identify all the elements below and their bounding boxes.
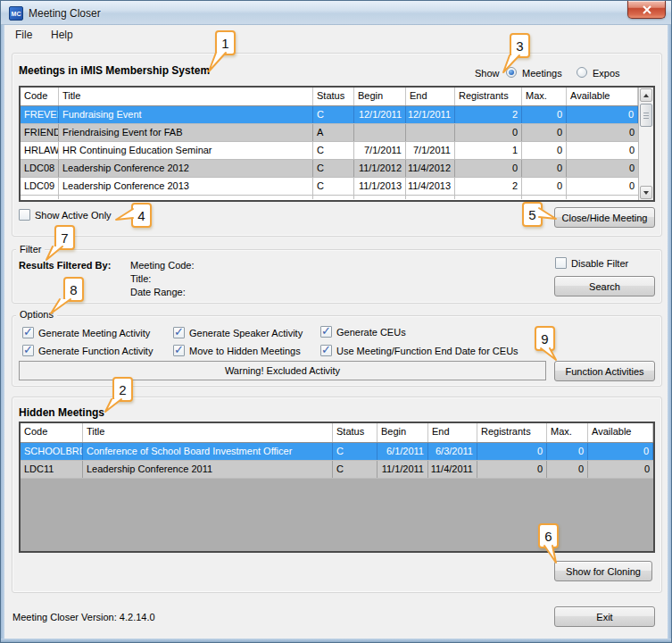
- scroll-up-button[interactable]: [640, 88, 652, 102]
- close-hide-meeting-button[interactable]: Close/Hide Meeting: [554, 207, 655, 228]
- cell-title: Leadership Conference 2011: [83, 461, 333, 478]
- column-header-status[interactable]: Status: [333, 423, 377, 442]
- cell-empty: [59, 196, 313, 199]
- column-header-title[interactable]: Title: [83, 423, 333, 442]
- column-header-begin[interactable]: Begin: [377, 423, 428, 442]
- exit-button[interactable]: Exit: [554, 606, 655, 627]
- cell-status: C: [313, 142, 354, 159]
- callout-2: 2: [112, 377, 133, 402]
- cell-empty: [567, 196, 638, 199]
- app-window: MC Meeting Closer File Help Meetings in …: [0, 0, 672, 643]
- title-bar[interactable]: MC Meeting Closer: [1, 1, 671, 25]
- app-icon: MC: [9, 6, 23, 21]
- column-header-registrants[interactable]: Registrants: [455, 88, 522, 105]
- menu-help[interactable]: Help: [51, 29, 73, 41]
- date-range-label: Date Range:: [130, 287, 186, 297]
- scroll-thumb[interactable]: [640, 104, 652, 127]
- cell-status: C: [333, 443, 377, 460]
- cell-code: LDC11: [21, 461, 83, 478]
- show-active-only-checkbox[interactable]: [19, 209, 30, 221]
- version-label: Meeting Closer Version: 4.2.14.0: [12, 612, 155, 622]
- table-row-partial: [21, 196, 653, 199]
- cell-max: 0: [522, 142, 567, 159]
- callout-8: 8: [63, 277, 84, 302]
- column-header-begin[interactable]: Begin: [354, 88, 406, 105]
- column-header-available[interactable]: Available: [588, 423, 653, 442]
- cell-code: SCHOOLBRD: [21, 443, 83, 460]
- cell-end: 11/4/2011: [428, 461, 477, 478]
- generate-meeting-activity-label: Generate Meeting Activity: [38, 328, 150, 338]
- column-header-registrants[interactable]: Registrants: [477, 423, 547, 442]
- radio-meetings-label: Meetings: [522, 68, 562, 79]
- cell-empty: [455, 196, 522, 199]
- table-row[interactable]: LDC09 Leadership Conference 2013 C 11/1/…: [21, 178, 653, 196]
- scroll-down-button[interactable]: [640, 186, 652, 199]
- cell-begin: [354, 124, 406, 141]
- callout-9: 9: [535, 326, 555, 351]
- cell-available: 0: [588, 461, 653, 478]
- cell-title: Friendraising Event for FAB: [59, 124, 313, 141]
- table-row[interactable]: LDC08 Leadership Conference 2012 C 11/1/…: [21, 160, 653, 178]
- cell-empty: [522, 196, 567, 199]
- generate-speaker-activity-checkbox[interactable]: [173, 327, 185, 338]
- table-row[interactable]: FREVENT Fundraising Event C 12/1/2011 12…: [21, 106, 653, 124]
- use-end-date-for-ceus-checkbox[interactable]: [320, 345, 332, 356]
- generate-function-activity-checkbox[interactable]: [22, 345, 34, 356]
- callout-3: 3: [510, 33, 530, 58]
- callout-4: 4: [131, 203, 152, 228]
- cell-available: 0: [567, 106, 638, 123]
- column-header-end[interactable]: End: [406, 88, 455, 105]
- cell-empty: [354, 196, 406, 199]
- cell-begin: 11/1/2013: [354, 178, 406, 195]
- hidden-table-header: Code Title Status Begin End Registrants …: [21, 423, 653, 443]
- column-header-end[interactable]: End: [428, 423, 477, 442]
- cell-empty: [21, 196, 59, 199]
- cell-end: 7/1/2011: [406, 142, 455, 159]
- disable-filter-checkbox[interactable]: [555, 257, 567, 269]
- generate-function-activity-label: Generate Function Activity: [38, 346, 153, 356]
- column-header-code[interactable]: Code: [21, 423, 83, 442]
- column-header-code[interactable]: Code: [21, 88, 59, 105]
- cell-available: 0: [567, 160, 638, 177]
- meetings-table-header: Code Title Status Begin End Registrants …: [21, 88, 653, 106]
- cell-begin: 7/1/2011: [354, 142, 406, 159]
- cell-end: [406, 124, 455, 141]
- column-header-max[interactable]: Max.: [547, 423, 588, 442]
- generate-meeting-activity-checkbox[interactable]: [22, 327, 34, 338]
- cell-available: 0: [567, 142, 638, 159]
- function-activities-button[interactable]: Function Activities: [554, 361, 655, 381]
- column-header-title[interactable]: Title: [59, 88, 313, 105]
- table-row[interactable]: SCHOOLBRD Conference of School Board Inv…: [21, 443, 653, 461]
- close-button[interactable]: [627, 1, 666, 19]
- cell-registrants: 2: [455, 106, 522, 123]
- cell-max: 0: [522, 124, 567, 141]
- callout-tail: [542, 545, 563, 564]
- column-header-max[interactable]: Max.: [522, 88, 567, 105]
- table-row[interactable]: HRLAW HR Continuing Education Seminar C …: [21, 142, 653, 160]
- cell-code: LDC08: [21, 160, 59, 177]
- warning-excluded-activity-bar[interactable]: Warning! Excluded Activity: [19, 361, 546, 380]
- show-for-cloning-button[interactable]: Show for Cloning: [554, 561, 652, 581]
- cell-code: FREVENT: [21, 106, 59, 123]
- meeting-code-label: Meeting Code:: [130, 260, 195, 271]
- cell-title: Leadership Conference 2013: [59, 178, 313, 195]
- vertical-scrollbar[interactable]: [638, 88, 653, 200]
- filter-legend: Filter: [16, 244, 45, 255]
- column-header-available[interactable]: Available: [567, 88, 638, 105]
- window-title: Meeting Closer: [29, 7, 101, 20]
- cell-status: A: [313, 124, 354, 141]
- radio-expos[interactable]: [577, 67, 587, 78]
- cell-status: C: [313, 178, 354, 195]
- search-button[interactable]: Search: [554, 276, 655, 296]
- table-row[interactable]: LDC11 Leadership Conference 2011 C 11/1/…: [21, 461, 653, 479]
- cell-title: Conference of School Board Investment Of…: [83, 443, 333, 460]
- cell-available: 0: [588, 443, 653, 460]
- table-row[interactable]: FRIEND Friendraising Event for FAB A 0 0…: [21, 124, 653, 142]
- menu-file[interactable]: File: [15, 29, 32, 41]
- meetings-table: Code Title Status Begin End Registrants …: [19, 86, 655, 202]
- move-to-hidden-meetings-checkbox[interactable]: [173, 345, 185, 356]
- callout-7: 7: [54, 225, 75, 250]
- column-header-status[interactable]: Status: [313, 88, 354, 105]
- generate-ceus-checkbox[interactable]: [320, 326, 332, 338]
- cell-max: 0: [522, 178, 567, 195]
